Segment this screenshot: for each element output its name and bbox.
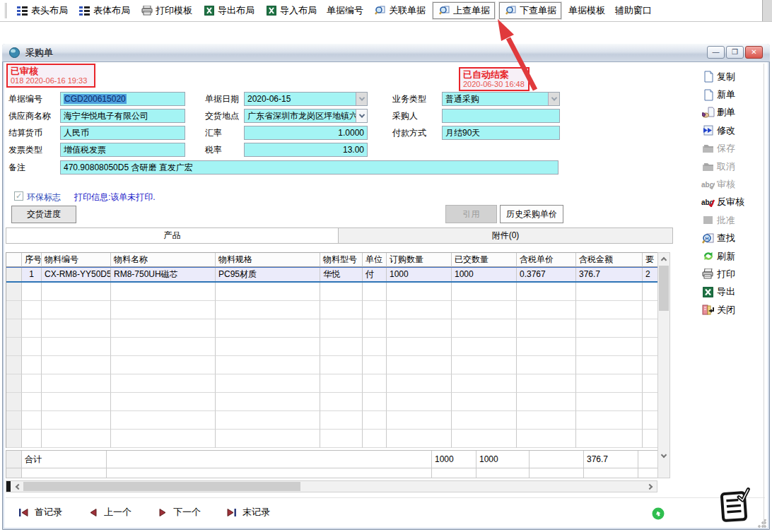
invoice-type-field[interactable]: 增值税发票 [60, 143, 185, 157]
sidebar-action-8[interactable]: abc反审核 [701, 194, 764, 211]
top-toolbar: 表头布局表体布局打印模板导出布局导入布局单据编号关联单据上查单据下查单据单据模板… [0, 0, 772, 22]
window-titlebar[interactable]: 采购单 [2, 44, 770, 62]
column-header[interactable]: 含税金额 [576, 253, 643, 267]
sidebar-action-label: 批准 [717, 214, 735, 227]
column-header[interactable]: 物料型号 [320, 253, 363, 267]
empty-cell [363, 283, 387, 301]
close-button[interactable]: ✕ [745, 46, 763, 59]
column-header[interactable]: 物料规格 [216, 253, 320, 267]
sidebar-action-6[interactable]: 取消 [701, 158, 764, 175]
vertical-scrollbar[interactable] [657, 252, 670, 478]
toolbar-button-10[interactable]: 单据模板 [563, 2, 610, 19]
sidebar-action-10[interactable]: H查找 [701, 230, 764, 247]
record-nav-1[interactable]: 首记录 [17, 506, 62, 519]
toolbar-button-11[interactable]: 辅助窗口 [610, 2, 657, 19]
scroll-down-icon[interactable] [658, 450, 669, 462]
row-selector-cell[interactable] [6, 268, 22, 281]
notepad-check-icon[interactable] [715, 487, 754, 528]
toolbar-button-6[interactable]: 单据编号 [322, 2, 368, 19]
sidebar-action-12[interactable]: 打印 [701, 265, 764, 283]
tab-attachments[interactable]: 附件(0) [339, 228, 672, 243]
column-header[interactable]: 含税单价 [517, 253, 576, 267]
toolbar-button-8[interactable]: 上查单据 [433, 2, 495, 19]
sidebar-action-3[interactable]: 删单 [701, 104, 764, 122]
delivery-place-field[interactable]: 广东省深圳市龙岗区坪地镇六 [244, 109, 368, 123]
payment-field[interactable]: 月结90天 [442, 126, 560, 140]
doc-no-field[interactable]: CGD200615020 [60, 92, 185, 106]
freeze-splitter[interactable] [6, 481, 11, 492]
horizontal-scrollbar[interactable] [6, 480, 657, 492]
currency-field[interactable]: 人民币 [60, 126, 185, 140]
sidebar-action-7[interactable]: abc审核 [701, 175, 764, 193]
sidebar-action-13[interactable]: 导出 [701, 283, 764, 301]
record-nav-2[interactable]: 上一个 [86, 506, 131, 519]
table-row[interactable]: 1CX-RM8-YY50D5RM8-750UH磁芯PC95材质华悦付100010… [6, 267, 657, 283]
toolbar-grip[interactable] [4, 3, 6, 18]
sidebar-action-5[interactable]: 保存 [701, 140, 764, 158]
scroll-right-icon[interactable] [645, 481, 656, 492]
sidebar-action-9[interactable]: 批准 [701, 211, 764, 229]
doc-date-field[interactable]: 2020-06-15 [244, 92, 368, 106]
empty-cell [111, 338, 216, 356]
toolbar-button-7[interactable]: 关联单据 [368, 2, 431, 19]
sidebar-action-4[interactable]: 修改 [701, 122, 764, 139]
empty-cell [452, 411, 517, 430]
buyer-field[interactable] [442, 109, 560, 123]
vertical-scroll-thumb[interactable] [659, 266, 669, 311]
toolbar-button-1[interactable]: 表头布局 [11, 2, 73, 19]
sidebar-action-label: 保存 [717, 142, 735, 155]
printer-icon [140, 5, 153, 17]
sidebar-action-1[interactable]: 复制 [701, 68, 764, 85]
table-cell: 2 [643, 268, 658, 281]
doc-date-dropdown-icon[interactable] [356, 93, 367, 105]
business-type-dropdown-icon[interactable] [548, 93, 559, 105]
toolbar-button-2[interactable]: 表体布局 [73, 2, 135, 19]
quote-button[interactable]: 引用 [445, 205, 497, 223]
sidebar-action-14[interactable]: 关闭 [701, 301, 764, 319]
toolbar-button-9[interactable]: 下查单据 [499, 2, 561, 19]
record-nav-3[interactable]: 下一个 [156, 506, 201, 519]
business-type-field[interactable]: 普通采购 [442, 92, 560, 106]
exchange-rate-field[interactable]: 1.0000 [244, 126, 368, 140]
column-header[interactable]: 物料编号 [42, 253, 111, 267]
eco-mark-checkbox[interactable]: ✓ [14, 191, 23, 201]
empty-cell [363, 393, 387, 411]
empty-cell [643, 411, 658, 430]
empty-cell [111, 374, 216, 393]
column-header[interactable]: 单位 [363, 253, 387, 267]
delivery-place-dropdown-icon[interactable] [356, 110, 367, 122]
column-header[interactable]: 物料名称 [111, 253, 216, 267]
toolbar-button-3[interactable]: 打印模板 [135, 2, 197, 19]
tax-rate-field[interactable]: 13.00 [244, 143, 368, 157]
print-info-text: 打印信息:该单未打印. [74, 191, 156, 203]
sidebar-action-11[interactable]: 刷新 [701, 247, 764, 265]
horizontal-scroll-thumb[interactable] [23, 482, 300, 491]
sidebar-action-2[interactable]: 新单 [701, 85, 764, 103]
column-header[interactable]: 序号 [22, 253, 42, 267]
minimize-button[interactable]: — [707, 46, 725, 59]
empty-cell [643, 338, 658, 356]
column-header[interactable]: 已交数量 [452, 253, 517, 267]
doc-no-value: CGD200615020 [64, 94, 127, 104]
sidebar-action-label: 审核 [717, 178, 735, 191]
column-header[interactable]: 要 [643, 253, 658, 267]
toolbar-button-5[interactable]: 导入布局 [259, 2, 322, 19]
resize-grip[interactable] [758, 519, 766, 528]
scroll-left-icon[interactable] [11, 481, 23, 492]
total-row-selector [6, 451, 22, 468]
remark-field[interactable]: 470.90808050D5 含研磨 直发广宏 [60, 160, 558, 175]
empty-cell [517, 356, 576, 374]
history-price-button[interactable]: 历史采购单价 [500, 205, 563, 223]
scroll-up-icon[interactable] [658, 253, 669, 265]
table-cell: RM8-750UH磁芯 [111, 268, 216, 281]
empty-cell [517, 393, 576, 411]
empty-cell [42, 283, 111, 301]
record-nav-4[interactable]: 末记录 [225, 506, 270, 519]
maximize-button[interactable]: ❐ [726, 46, 744, 59]
supplier-field[interactable]: 海宁华悦电子有限公司 [60, 109, 185, 123]
sync-status-icon[interactable] [652, 507, 665, 523]
delivery-progress-button[interactable]: 交货进度 [11, 206, 76, 223]
column-header[interactable]: 订购数量 [387, 253, 452, 267]
toolbar-button-4[interactable]: 导出布局 [197, 2, 259, 19]
tab-products[interactable]: 产品 [6, 228, 339, 243]
